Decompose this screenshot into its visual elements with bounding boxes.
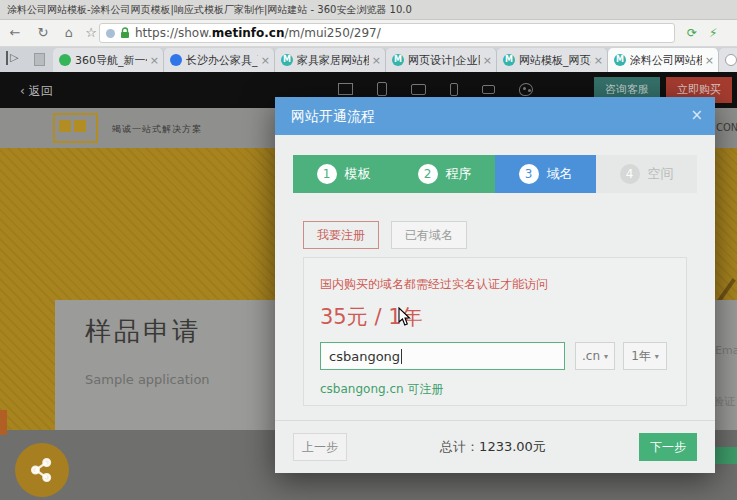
metinfo-favicon: M — [392, 54, 404, 66]
back-button[interactable]: ‹ 返回 — [20, 72, 53, 110]
email-field-partial: Email — [715, 344, 737, 357]
register-domain-button[interactable]: 我要注册 — [303, 221, 379, 249]
total-price: 总计：1233.00元 — [347, 438, 639, 456]
metinfo-favicon: M — [614, 54, 626, 66]
section-subtitle: Sample application — [85, 372, 210, 387]
text-caret — [401, 349, 402, 364]
monitor-icon[interactable] — [338, 83, 353, 95]
domain-input[interactable]: csbangong — [320, 342, 565, 370]
window-title: 涂料公司网站模板-涂料公司网页模板|响应式模板厂家制作|网站建站 - 360安全… — [0, 0, 737, 20]
mouse-cursor — [398, 307, 412, 331]
share-icon — [27, 455, 57, 485]
site-info-icon[interactable] — [106, 29, 115, 38]
tab-close-icon[interactable]: × — [372, 54, 381, 67]
360-favicon — [59, 54, 71, 66]
submit-button-partial — [715, 447, 737, 464]
site-tagline: 竭诚一站式解决方案 — [112, 123, 202, 136]
translate-icon[interactable]: ⟳ — [687, 23, 697, 43]
refresh-icon[interactable]: ↻ — [32, 23, 54, 43]
tab-strip: ▷ 360导航_新一代 × 长沙办公家具_百 × M 家具家居网站模板 × M … — [0, 47, 737, 72]
chevron-left-icon: ‹ — [20, 84, 25, 98]
tab-site-template[interactable]: M 网站模板_网页模 × — [497, 48, 608, 72]
chevron-down-icon: ▾ — [604, 352, 608, 361]
phone-portrait-icon[interactable] — [450, 83, 458, 96]
next-step-button[interactable]: 下一步 — [639, 433, 697, 461]
sidebar-toggle-icon[interactable]: ▷ — [6, 51, 18, 65]
tab-close-icon[interactable]: × — [150, 54, 159, 67]
url-domain: metinfo.cn — [212, 26, 285, 40]
step-domain[interactable]: 3 域名 — [495, 155, 596, 193]
home-icon[interactable]: ⌂ — [58, 23, 80, 43]
tab-close-icon[interactable]: × — [483, 54, 492, 67]
baidu-favicon — [170, 54, 182, 66]
modal-header: 网站开通流程 × — [275, 97, 715, 135]
palette-icon[interactable] — [519, 83, 533, 96]
chevron-down-icon: ▾ — [655, 352, 659, 361]
domain-mode-tabs: 我要注册 已有域名 — [303, 221, 687, 249]
phone-landscape-icon[interactable] — [482, 85, 495, 94]
modal-footer: 上一步 总计：1233.00元 下一步 — [275, 420, 715, 473]
close-icon[interactable]: × — [690, 97, 703, 135]
step-bar: 1 模板 2 程序 3 域名 4 空间 — [293, 155, 697, 193]
tab-webdesign[interactable]: M 网页设计|企业网 × — [386, 48, 497, 72]
domain-input-row: csbangong .cn ▾ 1年 ▾ — [320, 342, 670, 370]
realname-notice: 国内购买的域名都需经过实名认证才能访问 — [320, 276, 670, 293]
browser-toolbar: ← ↻ ⌂ ☆ https://show.metinfo.cn/m/mui250… — [0, 20, 737, 47]
tab-close-icon[interactable]: × — [594, 54, 603, 67]
tab-close-icon[interactable]: × — [261, 54, 270, 67]
metinfo-favicon: M — [503, 54, 515, 66]
url-prefix: https://show. — [135, 26, 212, 40]
back-icon[interactable]: ← — [4, 23, 26, 43]
share-button[interactable] — [15, 443, 69, 497]
url-text: https://show.metinfo.cn/m/mui250/297/ — [135, 26, 381, 40]
tld-select[interactable]: .cn ▾ — [575, 342, 615, 370]
tab-paint-company-active[interactable]: M 涂料公司网站模板 × — [608, 48, 719, 72]
tab-close-icon[interactable]: × — [705, 54, 714, 67]
tab-360-nav[interactable]: 360导航_新一代 × — [53, 48, 164, 72]
modal-body: 我要注册 已有域名 国内购买的域名都需经过实名认证才能访问 35元 / 1年 c… — [275, 221, 715, 406]
tab-changsha-furniture[interactable]: 长沙办公家具_百 × — [164, 48, 275, 72]
app-button-icon[interactable] — [34, 53, 45, 66]
url-path: /m/mui250/297/ — [284, 26, 380, 40]
decor-orange-strip — [0, 410, 7, 435]
existing-domain-button[interactable]: 已有域名 — [391, 221, 467, 249]
tablet-landscape-icon[interactable] — [411, 84, 426, 95]
site-logo — [53, 113, 98, 143]
domain-register-panel: 国内购买的域名都需经过实名认证才能访问 35元 / 1年 csbangong .… — [303, 257, 687, 406]
modal-title: 网站开通流程 — [291, 108, 375, 124]
document-favicon — [725, 54, 737, 66]
section-title: 样品申请 — [85, 314, 201, 349]
step-space[interactable]: 4 空间 — [596, 155, 697, 193]
step-program[interactable]: 2 程序 — [394, 155, 495, 193]
hero-left-margin — [0, 300, 55, 430]
availability-message: csbangong.cn 可注册 — [320, 381, 670, 398]
metinfo-favicon: M — [281, 54, 293, 66]
tablet-portrait-icon[interactable] — [377, 82, 387, 96]
lock-icon — [120, 27, 130, 39]
nav-contact-partial: CONTACT — [716, 122, 737, 133]
device-preview-icons — [338, 82, 533, 96]
speed-mode-icon[interactable]: ⚡ — [709, 23, 717, 43]
step-template[interactable]: 1 模板 — [293, 155, 394, 193]
term-select[interactable]: 1年 ▾ — [623, 342, 667, 370]
verify-field-partial: 验证 — [713, 394, 735, 409]
domain-price: 35元 / 1年 — [320, 303, 670, 331]
prev-step-button[interactable]: 上一步 — [293, 433, 347, 461]
tab-view-partial[interactable]: vie — [719, 48, 737, 72]
site-activation-modal: 网站开通流程 × 1 模板 2 程序 3 域名 4 空间 我要注册 已有域名 国… — [275, 97, 715, 473]
url-bar[interactable]: https://show.metinfo.cn/m/mui250/297/ — [99, 23, 675, 43]
tab-furniture-template[interactable]: M 家具家居网站模板 × — [275, 48, 386, 72]
